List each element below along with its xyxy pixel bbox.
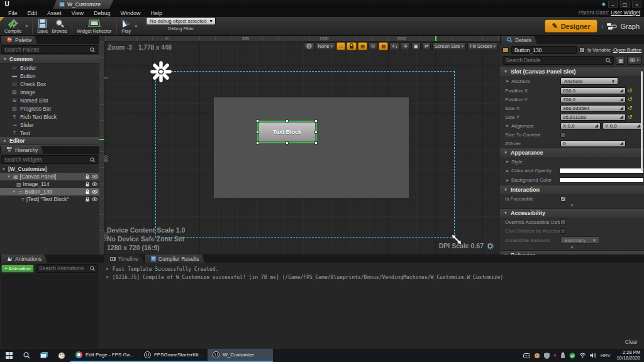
animations-tab[interactable]: Animations [1, 255, 47, 263]
lock-icon[interactable] [85, 174, 90, 179]
background-color-swatch[interactable] [559, 177, 644, 183]
menu-edit[interactable]: Edit [23, 10, 42, 16]
tray-error-icon[interactable]: × [553, 353, 557, 358]
play-button[interactable]: Play [121, 18, 131, 34]
save-button[interactable]: Save [37, 18, 48, 34]
taskbar-task-wcustomize[interactable]: U W_Customize [208, 349, 273, 362]
details-scrollbar[interactable] [641, 71, 643, 172]
maximize-button[interactable]: ▢ [620, 1, 630, 8]
preview-background-button[interactable]: ▣ [411, 42, 421, 50]
position-y-field[interactable]: 356.0◢ [560, 96, 626, 103]
paint-app-button[interactable] [53, 349, 70, 362]
details-search-input[interactable] [506, 57, 606, 63]
add-animation-button[interactable]: + Animation [1, 265, 34, 273]
palette-category-editor[interactable]: ▸Editor [0, 137, 99, 145]
timeline-tab[interactable]: Timeline [104, 255, 144, 263]
dpi-settings-gear-icon[interactable] [487, 243, 494, 250]
position-x-field[interactable]: 656.0◢ [560, 87, 626, 94]
alignment-x-field[interactable]: X 0.0◢ [560, 123, 601, 129]
property-matrix-button[interactable]: ▦ [616, 56, 625, 65]
flags-dropdown[interactable]: None ▾ [316, 42, 335, 50]
palette-item-button[interactable]: ▬Button [0, 72, 99, 80]
size-to-content-checkbox[interactable] [560, 132, 566, 138]
expander-icon[interactable]: ▸ [505, 79, 510, 84]
flip-preview-button[interactable]: ⇄ [422, 42, 431, 50]
grid-snap-size-stepper[interactable]: 4 ▴ ▾ [389, 42, 399, 50]
hierarchy-row-root[interactable]: ▾ [W_Customize] [0, 165, 99, 173]
palette-item-text[interactable]: TText [0, 129, 99, 137]
screen-size-dropdown[interactable]: Screen Size ▾ [432, 42, 466, 50]
reset-to-default-icon[interactable]: ↺ [628, 87, 633, 94]
resize-handle-nw[interactable] [256, 119, 259, 123]
expander-icon[interactable]: ▸ [505, 178, 510, 183]
view-options-button[interactable]: ▾ [627, 56, 641, 65]
resize-handle-sw[interactable] [256, 141, 259, 145]
alignment-y-field[interactable]: Y 0.0◢ [602, 123, 643, 129]
taskbar-task-chrome[interactable]: Edit Page - FPS Ga... [70, 349, 139, 362]
palette-category-common[interactable]: ▾ Common [0, 55, 99, 63]
hierarchy-row-text[interactable]: T [Text] "Text Block" [0, 195, 99, 203]
task-view-button[interactable] [35, 349, 53, 362]
browse-button[interactable]: Browse [52, 18, 67, 34]
wifi-icon[interactable] [579, 353, 586, 358]
override-accessible-checkbox[interactable] [560, 219, 566, 225]
details-tab[interactable]: Details [501, 36, 537, 44]
zorder-field[interactable]: 0◢ [560, 140, 626, 147]
size-x-field[interactable]: 366.933594◢ [560, 105, 626, 112]
reset-to-default-icon[interactable]: ↺ [628, 96, 633, 102]
resize-handle-n[interactable] [286, 119, 289, 123]
designer-mode-button[interactable]: ✎ Designer [545, 19, 597, 33]
section-interaction[interactable]: ▾ Interaction [500, 185, 644, 194]
section-slot[interactable]: ▾ Slot (Canvas Panel Slot) [500, 67, 644, 76]
hierarchy-tab[interactable]: Hierarchy [1, 146, 43, 154]
expander-icon[interactable]: ▸ [505, 159, 510, 164]
resize-handle-s[interactable] [286, 141, 289, 145]
palette-tab[interactable]: Palette [1, 36, 37, 44]
close-button[interactable]: × [632, 1, 641, 8]
tray-shield-icon[interactable] [544, 353, 550, 359]
hierarchy-row-image[interactable]: ▨ Image_114 [0, 180, 99, 188]
hierarchy-row-canvas-panel[interactable]: ▾ ▦ [Canvas Panel] [0, 173, 99, 180]
menu-view[interactable]: View [67, 10, 88, 16]
can-children-checkbox[interactable] [560, 228, 566, 234]
lock-icon[interactable] [85, 189, 90, 194]
snap-grid-toggle-button[interactable]: ▦ [379, 42, 388, 50]
palette-item-rich-text-block[interactable]: ¶Rich Text Block [0, 112, 99, 121]
marketplace-gem-icon[interactable]: ◆ [602, 1, 606, 8]
expander-icon[interactable]: ▾ [1, 167, 6, 172]
menu-asset[interactable]: Asset [43, 10, 66, 16]
tray-usb-icon[interactable] [560, 353, 565, 359]
palette-item-image[interactable]: ▨Image [0, 88, 99, 96]
is-variable-checkbox[interactable]: ✓ [579, 47, 585, 53]
taskbar-clock[interactable]: 2:28 PM 10/18/2020 [614, 350, 640, 361]
tray-battery-icon[interactable] [569, 353, 575, 359]
resize-handle-w[interactable] [256, 131, 259, 134]
compile-options-caret[interactable]: ▾ [26, 24, 28, 29]
menu-file[interactable]: File [4, 10, 22, 16]
outline-toggle-button[interactable]: □ [336, 42, 345, 50]
minimize-button[interactable]: – [608, 1, 618, 8]
taskbar-task-fpsgame[interactable]: U FPSGameStarterKit... [139, 349, 208, 362]
menu-window[interactable]: Window [116, 10, 145, 16]
animations-list-empty[interactable] [1, 274, 98, 348]
transform-mode-button[interactable]: ✛ [401, 42, 409, 50]
hierarchy-search-input[interactable] [4, 156, 90, 163]
widget-name-input[interactable] [514, 47, 574, 53]
rulers-toggle-button[interactable]: ▦ [358, 42, 367, 50]
section-accessibility[interactable]: ▾ Accessibility [500, 208, 644, 217]
parent-class-link[interactable]: User Widget [611, 9, 640, 16]
is-focusable-checkbox[interactable]: ✓ [560, 196, 566, 202]
tray-paint-icon[interactable] [534, 353, 540, 359]
palette-item-named-slot[interactable]: ⊞Named Slot [0, 96, 99, 104]
accessible-behavior-dropdown[interactable]: Summary ▾ [560, 236, 599, 244]
eye-icon[interactable] [92, 182, 97, 187]
details-search[interactable] [502, 56, 614, 65]
anchors-dropdown[interactable]: Anchors ▾ [560, 77, 618, 85]
palette-search[interactable] [1, 45, 98, 54]
lock-widgets-button[interactable] [347, 42, 357, 50]
expander-icon[interactable]: ▾ [6, 174, 11, 179]
compiler-results-tab[interactable]: Compiler Results [145, 255, 205, 263]
asset-tab[interactable]: W_Customize [53, 0, 113, 9]
menu-debug[interactable]: Debug [89, 10, 115, 16]
hierarchy-search[interactable] [1, 155, 98, 164]
